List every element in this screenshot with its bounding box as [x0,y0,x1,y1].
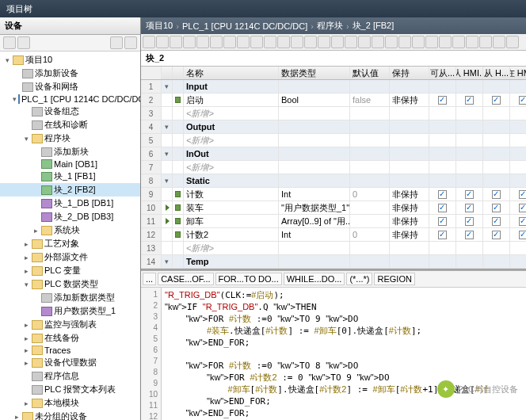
expand-icon[interactable]: ▸ [22,346,30,354]
toolbar-button[interactable] [170,36,182,48]
expand-icon[interactable] [166,218,170,224]
checkbox[interactable] [492,231,501,239]
expand-icon[interactable]: ▾ [3,56,11,64]
toolbar-button[interactable] [466,36,478,48]
breadcrumb-item[interactable]: 项目10 [146,20,173,32]
code-snippet-button[interactable]: REGION [374,273,414,285]
checkbox[interactable] [438,231,447,239]
checkbox[interactable] [465,217,474,226]
tree-tool-button[interactable] [17,36,30,49]
checkbox[interactable] [519,217,526,226]
variable-grid[interactable]: 名称数据类型默认值保持可从...从 HMI...从 H...在 HMI...1▾… [141,67,526,269]
expand-icon[interactable]: ▸ [22,334,30,342]
col-dtype[interactable]: 数据类型 [279,67,350,79]
tree-node[interactable]: ▸在线备份 [0,331,140,345]
code-text[interactable]: "R_TRIG_DB"(CLK:=#启动); "kw">IF "R_TRIG_D… [162,288,526,420]
tree-node[interactable]: ▸外部源文件 [0,250,140,264]
checkbox[interactable] [438,190,447,199]
tree-node[interactable]: Main [OB1] [0,158,140,170]
expand-icon[interactable]: ▸ [22,321,30,329]
breadcrumb-item[interactable]: PLC_1 [CPU 1214C DC/DC/DC] [182,21,307,31]
tree-node[interactable]: 块_1_DB [DB1] [0,197,140,210]
grid-row[interactable]: 10装车"用户数据类型_1"非保持 [141,201,526,215]
grid-row[interactable]: 14▾Temp [141,255,526,269]
checkbox[interactable] [492,217,501,226]
toolbar-button[interactable] [304,36,317,48]
tree-node[interactable]: ▸Traces [0,345,140,356]
tree-node[interactable]: ▸监控与强制表 [0,318,140,331]
checkbox[interactable] [465,231,474,239]
grid-row[interactable]: 7<新增> [141,161,526,174]
tree-node[interactable]: 设备组态 [0,105,140,118]
tree-node[interactable]: ▸本地模块 [0,396,140,410]
checkbox[interactable] [519,190,526,199]
toolbar-button[interactable] [398,36,411,48]
col-name[interactable]: 名称 [184,67,279,79]
grid-row[interactable]: 6▾InOut [141,147,526,161]
checkbox[interactable] [492,204,501,212]
expand-icon[interactable]: ▸ [22,267,30,275]
checkbox[interactable] [519,231,526,239]
grid-row[interactable]: 8▾Static [141,174,526,188]
expand-icon[interactable]: ▸ [22,240,30,248]
toolbar-button[interactable] [412,36,425,48]
checkbox[interactable] [519,96,526,105]
toolbar-button[interactable] [372,36,384,48]
checkbox[interactable] [438,96,447,105]
tree-node[interactable]: ▸未分组的设备 [0,410,140,420]
grid-row[interactable]: 1▾Input [141,80,526,94]
grid-row[interactable]: 2启动Boolfalse非保持 [141,94,526,107]
tree-node[interactable]: 设备和网络 [0,80,140,94]
code-snippet-button[interactable]: CASE...OF... [158,273,213,285]
code-snippet-button[interactable]: ... [143,273,156,285]
col-hmi1[interactable]: 从 HMI... [456,67,483,79]
expand-icon[interactable]: ▾ [22,281,30,288]
checkbox[interactable] [465,190,474,199]
project-tree[interactable]: ▾项目10添加新设备设备和网络▾PLC_1 [CPU 1214C DC/DC/D… [0,52,140,420]
breadcrumb-item[interactable]: 块_2 [FB2] [353,20,394,32]
toolbar-button[interactable] [358,36,371,48]
toolbar-button[interactable] [439,36,452,48]
toolbar-button[interactable] [143,36,155,48]
checkbox[interactable] [438,204,447,212]
toolbar-button[interactable] [277,36,290,48]
toolbar-button[interactable] [237,36,250,48]
col-hmi3[interactable]: 在 HMI... [510,67,526,79]
toolbar-button[interactable] [318,36,330,48]
checkbox[interactable] [438,217,447,226]
expand-icon[interactable]: ▸ [32,227,40,235]
toolbar-button[interactable] [425,36,438,48]
tree-node[interactable]: ▸系统块 [0,223,140,237]
toolbar-button[interactable] [156,36,169,48]
grid-row[interactable]: 5<新增> [141,134,526,147]
code-snippet-button[interactable]: FOR...TO DO... [215,273,282,285]
grid-row[interactable]: 12计数2Int0非保持 [141,228,526,242]
grid-row[interactable]: 3<新增> [141,107,526,120]
code-snippet-button[interactable]: (*...*) [346,273,372,285]
col-vis[interactable]: 可从... [429,67,456,79]
tree-node[interactable]: PLC 报警文本列表 [0,383,140,396]
tree-node[interactable]: 块_2_DB [DB3] [0,210,140,223]
tree-node[interactable]: ▾项目10 [0,53,140,67]
toolbar-button[interactable] [506,36,519,48]
grid-row[interactable]: 11卸车Array[0..9] of "用...非保持 [141,215,526,228]
checkbox[interactable] [465,96,474,105]
checkbox[interactable] [492,190,501,199]
toolbar-button[interactable] [291,36,303,48]
toolbar-button[interactable] [331,36,344,48]
col-hmi2[interactable]: 从 H... [483,67,510,79]
toolbar-button[interactable] [183,36,196,48]
expand-icon[interactable] [166,204,170,211]
breadcrumb-item[interactable]: 程序块 [317,20,343,32]
checkbox[interactable] [519,204,526,212]
tree-node[interactable]: 在线和诊断 [0,118,140,132]
toolbar-button[interactable] [493,36,505,48]
grid-row[interactable]: 13<新增> [141,242,526,255]
toolbar-button[interactable] [210,36,223,48]
toolbar-button[interactable] [452,36,465,48]
toolbar-button[interactable] [196,36,209,48]
expand-icon[interactable]: ▸ [22,359,30,367]
grid-row[interactable]: 4▾Output [141,120,526,134]
col-default[interactable]: 默认值 [350,67,390,79]
tree-tool-button[interactable] [110,36,123,49]
